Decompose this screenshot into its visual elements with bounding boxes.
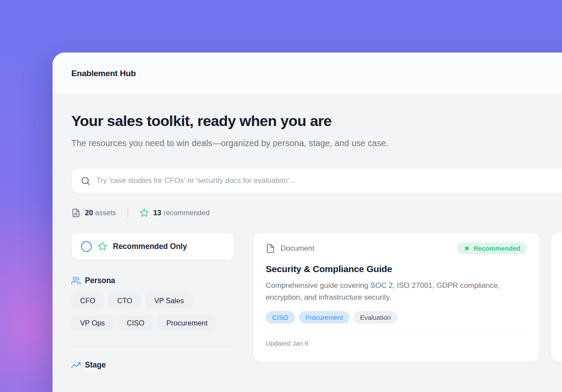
recommended-only-toggle[interactable]: Recommended Only [71, 232, 235, 260]
card-type-row: Document Recommended [266, 242, 527, 254]
main-panel: Enablement Hub Your sales toolkit, ready… [53, 52, 562, 392]
recommended-badge-label: Recommended [473, 245, 520, 252]
document-icon [266, 244, 275, 253]
persona-chip-cfo[interactable]: CFO [71, 293, 104, 309]
recommended-label: recommended [163, 209, 209, 217]
file-text-icon [71, 208, 81, 217]
persona-section-heading: Persona [71, 276, 235, 285]
radio-unchecked-icon[interactable] [81, 241, 92, 252]
sidebar-divider [71, 347, 235, 347]
star-icon [98, 242, 107, 251]
stage-heading-label: Stage [85, 360, 106, 370]
page-title: Your sales toolkit, ready when you are [71, 112, 562, 130]
persona-chip-group: CFO CTO VP Sales VP Ops CISO Procurement [71, 293, 235, 331]
content-row: Recommended Only Persona CFO CTO VP Sale… [71, 232, 562, 370]
persona-chip-ciso[interactable]: CISO [118, 315, 153, 331]
assets-label: assets [95, 209, 116, 217]
persona-chip-vp-ops[interactable]: VP Ops [71, 315, 114, 331]
star-filled-icon [464, 245, 470, 252]
recommended-badge: Recommended [457, 242, 527, 254]
asset-card-partial[interactable] [551, 232, 562, 362]
asset-updated: Updated Jan 6 [266, 340, 527, 347]
app-title: Enablement Hub [71, 69, 136, 78]
persona-chip-cto[interactable]: CTO [109, 293, 141, 309]
tag-evaluation: Evaluation [354, 311, 397, 324]
card-divider [266, 333, 527, 334]
tag-ciso: CISO [266, 311, 295, 324]
persona-heading-label: Persona [85, 276, 115, 285]
panel-body: Your sales toolkit, ready when you are T… [53, 95, 562, 370]
assets-count: 20 [85, 209, 93, 217]
tag-procurement: Procurement [299, 311, 350, 324]
asset-title: Security & Compliance Guide [266, 264, 527, 274]
trending-up-icon [71, 360, 81, 370]
asset-type-label: Document [281, 244, 314, 253]
stats-divider [127, 209, 128, 217]
persona-chip-vp-sales[interactable]: VP Sales [145, 293, 193, 309]
asset-tag-row: CISO Procurement Evaluation [266, 311, 527, 324]
search-bar[interactable] [71, 168, 562, 193]
search-input[interactable] [96, 176, 562, 185]
asset-card[interactable]: Document Recommended Security & Complian… [253, 232, 540, 362]
star-icon [140, 208, 149, 217]
cards-area: Document Recommended Security & Complian… [253, 232, 562, 362]
persona-chip-procurement[interactable]: Procurement [158, 315, 216, 331]
stage-section-heading: Stage [71, 360, 235, 370]
panel-header: Enablement Hub [53, 52, 562, 95]
stats-bar: 20 assets 13 recommended [71, 208, 562, 217]
users-icon [71, 276, 81, 285]
search-icon [81, 176, 91, 186]
recommended-count: 13 [153, 209, 161, 217]
recommended-only-label: Recommended Only [113, 242, 187, 251]
asset-description: Comprehensive guide covering SOC 2, ISO … [266, 280, 524, 304]
page-subtitle: The resources you need to win deals—orga… [71, 136, 391, 150]
filters-sidebar: Recommended Only Persona CFO CTO VP Sale… [71, 232, 235, 370]
